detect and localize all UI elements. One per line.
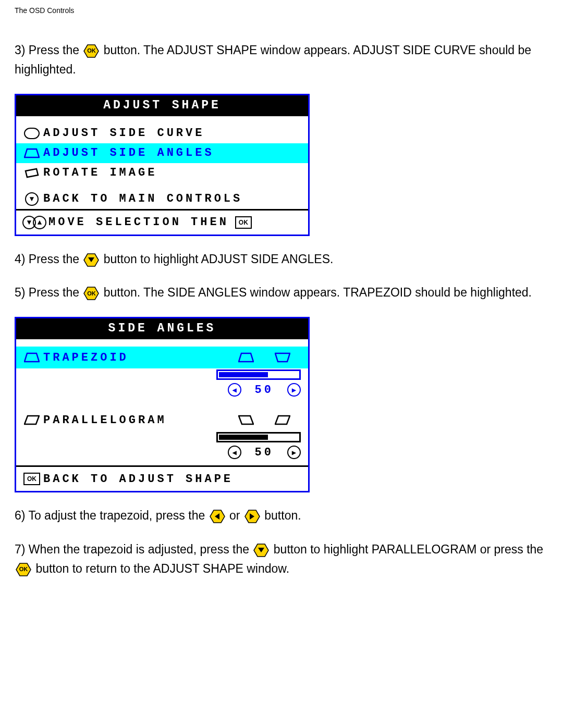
osd2-trapezoid-valrow: ◀ 50 ▶ (16, 381, 308, 403)
osd-adjust-shape: ADJUST SHAPE ADJUST SIDE CURVE ADJUST SI… (15, 94, 310, 236)
osd2-parallelogram-value: 50 (255, 446, 274, 459)
step-5-pre: 5) Press the (15, 286, 82, 299)
step-7-mid: button to highlight PARALLELOGRAM or pre… (274, 542, 543, 556)
osd2-parallelogram-row: PARALLELOGRAM (16, 409, 308, 431)
ok-button-icon: OK (83, 287, 99, 300)
ok-button-icon: OK (83, 44, 99, 58)
step-3: 3) Press the OK button. The ADJUST SHAPE… (15, 41, 548, 79)
osd-side-angles: SIDE ANGLES TRAPEZOID ◀ 50 ▶ (15, 317, 310, 492)
svg-marker-2 (26, 169, 38, 177)
step-6-post: button. (264, 509, 301, 522)
osd1-title: ADJUST SHAPE (16, 95, 308, 117)
left-button-icon (210, 510, 225, 523)
step-4-post: button to highlight ADJUST SIDE ANGLES. (104, 252, 334, 266)
svg-marker-7 (275, 353, 290, 362)
left-circle-icon: ◀ (228, 446, 241, 459)
osd2-trapezoid-row: TRAPEZOID (16, 347, 308, 368)
step-7: 7) When the trapezoid is adjusted, press… (15, 540, 548, 578)
osd1-item-side-angles: ADJUST SIDE ANGLES (16, 143, 308, 163)
trapezoid-wide-icon (275, 352, 290, 363)
osd1-item-rotate: ROTATE IMAGE (16, 163, 308, 183)
left-circle-icon: ◀ (228, 383, 241, 397)
osd1-item-0-label: ADJUST SIDE CURVE (43, 127, 204, 140)
side-curve-icon (24, 128, 40, 139)
right-circle-icon: ▶ (287, 383, 301, 397)
svg-marker-9 (239, 416, 253, 424)
trapezoid-icon (24, 148, 40, 158)
ok-box-icon: OK (235, 216, 252, 229)
step-7-pre: 7) When the trapezoid is adjusted, press… (15, 542, 252, 556)
step-5-post: button. The SIDE ANGLES window appears. … (104, 286, 532, 299)
page-content: 3) Press the OK button. The ADJUST SHAPE… (0, 15, 563, 578)
down-circle-icon: ▼ (25, 192, 39, 206)
osd2-parallelogram-valrow: ◀ 50 ▶ (16, 443, 308, 465)
osd2-parallelogram-label: PARALLELOGRAM (43, 414, 167, 427)
step-7-post: button to return to the ADJUST SHAPE win… (35, 562, 289, 575)
osd2-trapezoid-value: 50 (255, 384, 274, 397)
osd2-back-label: BACK TO ADJUST SHAPE (43, 473, 233, 486)
osd2-parallelogram-bar (16, 431, 308, 443)
step-3-pre: 3) Press the (15, 43, 82, 57)
svg-marker-1 (25, 149, 39, 157)
trapezoid-icon (24, 352, 40, 363)
osd1-hint: ▼ ▲ MOVE SELECTION THEN OK (16, 211, 308, 235)
osd1-item-side-curve: ADJUST SIDE CURVE (16, 124, 308, 143)
osd1-back: ▼ BACK TO MAIN CONTROLS (16, 189, 308, 209)
step-4-pre: 4) Press the (15, 252, 82, 266)
osd2-trapezoid-bar (16, 368, 308, 381)
osd1-back-label: BACK TO MAIN CONTROLS (43, 192, 242, 205)
step-6: 6) To adjust the trapezoid, press the or… (15, 506, 548, 525)
down-button-icon (253, 544, 269, 557)
ok-box-icon: OK (23, 473, 40, 485)
page-header-title: The OSD Controls (15, 6, 74, 15)
page-header: The OSD Controls (0, 0, 563, 15)
step-4: 4) Press the button to highlight ADJUST … (15, 250, 548, 269)
osd2-trapezoid-label: TRAPEZOID (43, 351, 129, 364)
parallelogram-left-icon (238, 415, 254, 425)
step-5: 5) Press the OK button. The SIDE ANGLES … (15, 283, 548, 302)
osd2-title: SIDE ANGLES (16, 318, 308, 340)
svg-marker-5 (25, 353, 39, 362)
up-circle-icon: ▲ (33, 216, 46, 229)
step-6-mid: or (229, 509, 243, 522)
rotate-icon (24, 168, 40, 178)
right-circle-icon: ▶ (287, 446, 301, 459)
osd1-item-1-label: ADJUST SIDE ANGLES (43, 146, 214, 159)
parallelogram-icon (24, 415, 40, 425)
svg-marker-8 (25, 416, 39, 424)
osd1-hint-label: MOVE SELECTION THEN (48, 216, 229, 229)
parallelogram-right-icon (275, 415, 290, 425)
step-6-pre: 6) To adjust the trapezoid, press the (15, 509, 209, 522)
svg-marker-6 (239, 353, 253, 362)
osd2-back: OK BACK TO ADJUST SHAPE (16, 467, 308, 491)
ok-button-icon: OK (16, 563, 31, 576)
right-button-icon (244, 510, 260, 523)
down-button-icon (83, 253, 99, 267)
osd1-item-2-label: ROTATE IMAGE (43, 166, 157, 179)
trapezoid-narrow-icon (238, 352, 254, 363)
svg-marker-10 (275, 416, 290, 424)
